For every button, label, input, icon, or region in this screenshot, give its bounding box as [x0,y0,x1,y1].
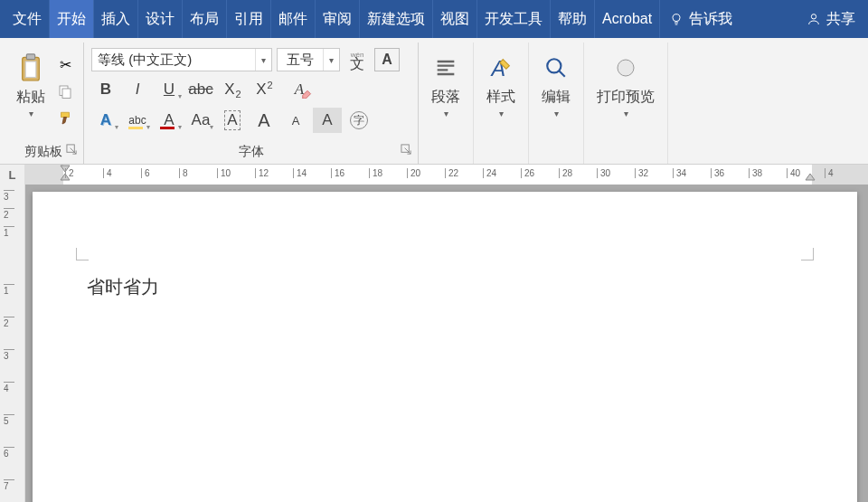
ruler-tick: 4 [4,382,14,393]
ruler-tick: 6 [141,168,150,178]
font-size-select[interactable]: 五号 ▾ [277,48,340,71]
page[interactable]: 省时省力 [33,192,857,502]
group-print-preview: 打印预览▾ [584,43,668,164]
tab-references[interactable]: 引用 [227,0,271,38]
copy-icon [57,83,73,99]
group-clipboard: 粘贴 ▾ ✂ 剪贴板 [4,43,84,164]
font-name-select[interactable]: 等线 (中文正文) ▾ [91,48,272,71]
svg-rect-3 [26,54,34,60]
font-name-value: 等线 (中文正文) [92,52,255,69]
ruler-tick: 34 [673,168,686,178]
ruler-tick: 8 [179,168,188,178]
circle-icon [611,52,640,84]
tell-me-box[interactable]: 告诉我 [660,10,794,29]
styles-button[interactable]: A 样式▾ [481,48,521,122]
grow-font-button[interactable]: A [250,108,278,133]
copy-button[interactable] [54,81,76,102]
tab-layout[interactable]: 布局 [183,0,227,38]
tab-file[interactable]: 文件 [0,0,50,38]
ruler-tick: 6 [4,447,14,459]
strikethrough-button[interactable]: abc [186,77,215,102]
clipboard-launcher[interactable] [65,144,78,156]
superscript-button[interactable]: X2 [250,77,278,102]
caret-down-icon: ▾ [255,49,271,71]
ruler-tick: 1 [4,226,14,238]
bold-button[interactable]: B [91,77,120,102]
tab-home[interactable]: 开始 [50,0,94,38]
ruler-tick: 4 [825,168,834,178]
page-viewport[interactable]: 省时省力 [25,185,868,502]
tab-newopt[interactable]: 新建选项 [360,0,433,38]
group-styles: A 样式▾ [474,43,529,164]
search-icon [542,52,571,84]
ruler-horizontal[interactable]: L 2468101214161820222426283032343638404 [0,165,868,185]
font-group-label: 字体 [91,142,410,162]
ruler-tick: 24 [483,168,496,178]
caret-down-icon: ▾ [29,109,33,118]
tab-view[interactable]: 视图 [433,0,477,38]
tab-insert[interactable]: 插入 [94,0,138,38]
ruler-tick: 28 [559,168,572,178]
highlight-button[interactable]: abc▾ [123,108,152,133]
clipboard-icon [16,52,45,84]
editing-button[interactable]: 编辑▾ [536,48,576,122]
right-indent-marker-icon[interactable] [805,165,816,181]
ruler-tick: 20 [407,168,420,178]
document-text[interactable]: 省时省力 [87,275,159,299]
ruler-tick: 32 [635,168,648,178]
text-effects-button[interactable]: A▾ [91,108,120,133]
char-border-button[interactable]: A [374,48,400,71]
group-editing: 编辑▾ [529,43,584,164]
margin-corner-right [801,248,814,260]
tab-dev[interactable]: 开发工具 [477,0,551,38]
shrink-font-button[interactable]: A [281,108,310,133]
italic-button[interactable]: I [123,77,152,102]
tab-acrobat[interactable]: Acrobat [595,0,660,38]
change-case-button[interactable]: Aa▾ [186,108,215,133]
ruler-tick: 26 [521,168,534,178]
share-button[interactable]: 共享 [794,10,868,29]
svg-point-10 [547,59,561,72]
paragraph-button[interactable]: 段落▾ [426,48,466,122]
ruler-tick: 22 [445,168,458,178]
ruler-tick: 40 [787,168,800,178]
tab-mailings[interactable]: 邮件 [271,0,316,38]
svg-point-1 [811,14,816,19]
tab-review[interactable]: 审阅 [316,0,360,38]
tell-me-label: 告诉我 [689,10,732,29]
styles-icon: A [486,52,515,84]
enclose-char-button[interactable]: 字 [344,108,373,133]
paste-button[interactable]: 粘贴 ▾ [11,48,51,122]
ruler-tick: 2 [4,208,14,220]
font-size-value: 五号 [278,52,323,69]
ruler-tick: 14 [293,168,307,178]
document-area: 3211234567 省时省力 [0,185,868,502]
tab-design[interactable]: 设计 [138,0,183,38]
cut-button[interactable]: ✂ [54,53,76,75]
svg-point-11 [618,60,634,76]
ribbon: 粘贴 ▾ ✂ 剪贴板 等线 (中文正文) [0,38,868,165]
subscript-button[interactable]: X2 [218,77,247,102]
menu-tabs: 文件 开始 插入 设计 布局 引用 邮件 审阅 新建选项 视图 开发工具 帮助 … [0,0,868,38]
svg-rect-4 [25,62,36,78]
underline-button[interactable]: U▾ [155,77,184,102]
clear-format-button[interactable]: A [281,77,317,102]
font-color-swatch [160,127,175,129]
font-color-button[interactable]: A▾ [155,108,184,133]
font-launcher[interactable] [400,144,412,156]
print-preview-button[interactable]: 打印预览▾ [591,48,660,122]
ruler-tick: 38 [749,168,762,178]
tab-selector[interactable]: L [0,165,25,185]
ruler-tick: 30 [597,168,610,178]
char-shading-button[interactable]: A [313,108,342,133]
ruler-tick: 5 [4,414,14,426]
char-and-border-button[interactable]: A [218,108,247,133]
clipboard-group-label: 剪贴板 [11,142,76,162]
format-painter-button[interactable] [54,108,76,129]
caret-down-icon: ▾ [323,49,339,71]
ruler-tick: 16 [331,168,344,178]
ruler-tick: 7 [4,479,14,491]
phonetic-guide-button[interactable]: wén 文 [344,48,370,71]
ruler-vertical[interactable]: 3211234567 [0,185,25,502]
tab-help[interactable]: 帮助 [551,0,595,38]
